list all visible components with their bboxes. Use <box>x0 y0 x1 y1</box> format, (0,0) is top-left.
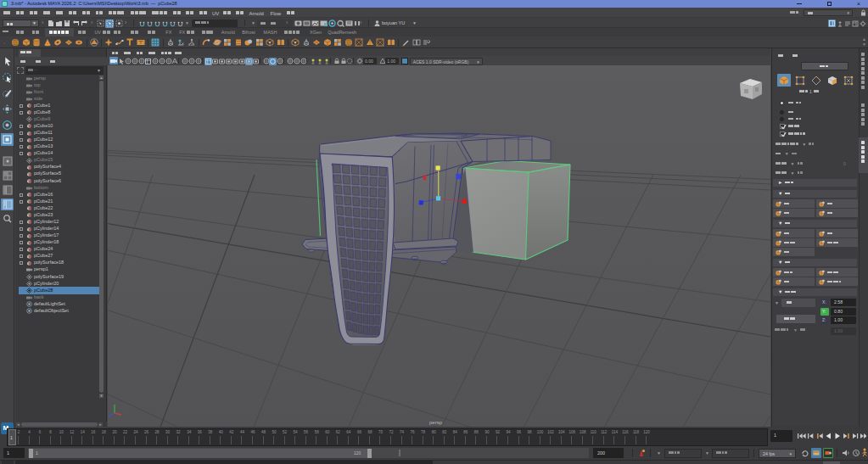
svg-text:persp: persp <box>429 420 443 425</box>
svg-text:0.00: 0.00 <box>188 43 194 47</box>
